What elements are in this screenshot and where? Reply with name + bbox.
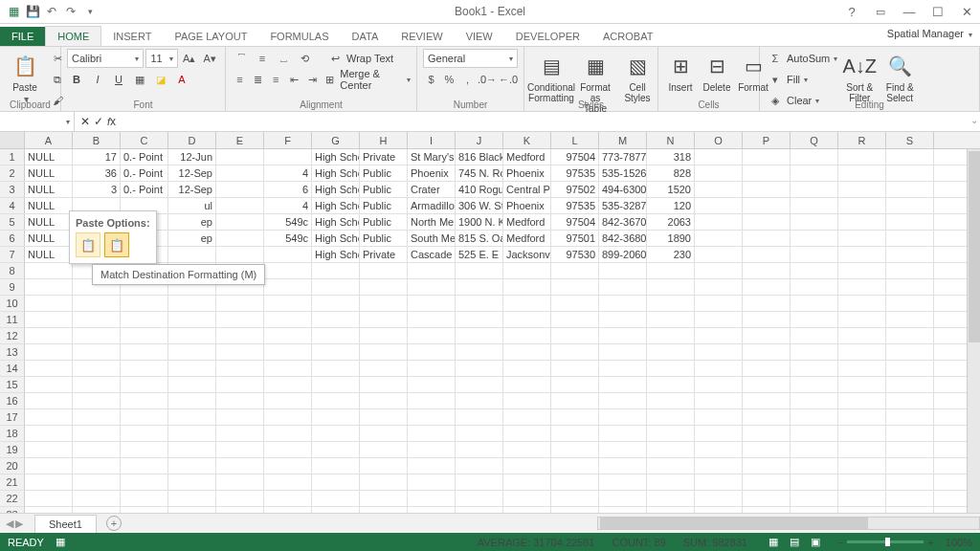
cell[interactable] xyxy=(838,426,886,441)
cell[interactable] xyxy=(743,165,791,181)
cell[interactable]: 816 Black xyxy=(456,149,503,165)
cell[interactable] xyxy=(551,426,599,441)
cell[interactable] xyxy=(647,344,695,360)
maximize-button[interactable]: ☐ xyxy=(924,2,951,21)
cell[interactable] xyxy=(647,328,695,343)
cell[interactable] xyxy=(503,312,551,327)
cell[interactable] xyxy=(456,377,503,392)
cell[interactable] xyxy=(695,182,743,197)
cell[interactable] xyxy=(743,214,791,230)
cell[interactable] xyxy=(503,442,551,457)
help-button[interactable]: ? xyxy=(838,2,865,21)
cell[interactable] xyxy=(73,491,121,506)
cell[interactable]: 97502 xyxy=(551,182,599,197)
cell[interactable] xyxy=(791,377,838,392)
cell[interactable] xyxy=(551,377,599,392)
cell[interactable]: 842-3670 xyxy=(599,214,647,230)
cell[interactable] xyxy=(743,442,791,457)
cell[interactable] xyxy=(168,247,216,262)
row-header[interactable]: 17 xyxy=(0,409,25,425)
cell[interactable] xyxy=(838,263,886,278)
cell[interactable]: 1520 xyxy=(647,182,695,197)
cell[interactable] xyxy=(456,328,503,343)
cell[interactable] xyxy=(121,458,168,474)
cell[interactable] xyxy=(886,491,934,506)
font-name[interactable]: Calibri▾ xyxy=(67,49,144,68)
cell[interactable] xyxy=(551,296,599,311)
cell[interactable]: 17 xyxy=(73,149,121,165)
cell[interactable] xyxy=(838,198,886,213)
cell[interactable] xyxy=(456,263,503,278)
cell[interactable] xyxy=(838,231,886,246)
cell[interactable] xyxy=(360,328,408,343)
cell[interactable] xyxy=(743,474,791,490)
cell[interactable] xyxy=(838,377,886,392)
cell[interactable]: 410 Rogue xyxy=(456,182,503,197)
cell[interactable] xyxy=(168,296,216,311)
grow-font-icon[interactable]: A▴ xyxy=(180,49,199,68)
row-header[interactable]: 18 xyxy=(0,426,25,441)
cell[interactable] xyxy=(73,312,121,327)
cell[interactable] xyxy=(551,442,599,457)
cell[interactable] xyxy=(25,458,73,474)
cell[interactable] xyxy=(216,149,264,165)
cell[interactable] xyxy=(695,312,743,327)
cell[interactable] xyxy=(838,344,886,360)
comma-icon[interactable]: , xyxy=(459,70,476,89)
cell[interactable] xyxy=(264,377,312,392)
font-size[interactable]: 11▾ xyxy=(145,49,177,68)
col-header-B[interactable]: B xyxy=(73,132,121,148)
cell[interactable] xyxy=(599,361,647,376)
cell[interactable] xyxy=(886,263,934,278)
cell[interactable] xyxy=(886,474,934,490)
cell[interactable] xyxy=(743,296,791,311)
cell[interactable] xyxy=(216,231,264,246)
cell[interactable] xyxy=(216,426,264,441)
cell[interactable] xyxy=(791,165,838,181)
cell[interactable] xyxy=(360,491,408,506)
row-header[interactable]: 5 xyxy=(0,214,25,230)
cell[interactable] xyxy=(121,328,168,343)
align-bottom-icon[interactable]: ⎵ xyxy=(274,49,293,68)
row-header[interactable]: 7 xyxy=(0,247,25,262)
zoom-slider[interactable] xyxy=(847,540,924,543)
cell[interactable] xyxy=(886,426,934,441)
tab-file[interactable]: FILE xyxy=(0,27,45,46)
expand-formula-bar-icon[interactable]: ⌄ xyxy=(970,115,978,125)
cell[interactable] xyxy=(456,474,503,490)
cell[interactable] xyxy=(25,393,73,408)
cell[interactable] xyxy=(599,344,647,360)
cell[interactable] xyxy=(264,328,312,343)
cell[interactable] xyxy=(121,344,168,360)
cell[interactable] xyxy=(695,377,743,392)
tab-view[interactable]: VIEW xyxy=(455,27,504,46)
cell[interactable]: 97504 xyxy=(551,214,599,230)
cell[interactable] xyxy=(599,328,647,343)
row-header[interactable]: 19 xyxy=(0,442,25,457)
cell[interactable] xyxy=(743,426,791,441)
cell[interactable]: ep xyxy=(168,214,216,230)
cell[interactable] xyxy=(360,312,408,327)
cell[interactable]: 828 xyxy=(647,165,695,181)
cell[interactable] xyxy=(791,426,838,441)
cell[interactable] xyxy=(791,214,838,230)
cell[interactable] xyxy=(599,279,647,295)
cell[interactable] xyxy=(408,344,456,360)
cell[interactable] xyxy=(791,474,838,490)
cell[interactable] xyxy=(121,474,168,490)
cell[interactable]: Medford xyxy=(503,149,551,165)
find-select-button[interactable]: 🔍Find & Select xyxy=(881,49,918,105)
cell[interactable] xyxy=(312,442,360,457)
percent-icon[interactable]: % xyxy=(441,70,457,89)
cell[interactable] xyxy=(647,409,695,425)
cell[interactable] xyxy=(216,344,264,360)
cell[interactable]: 12-Sep xyxy=(168,165,216,181)
cell[interactable] xyxy=(695,231,743,246)
cell[interactable] xyxy=(791,149,838,165)
cell[interactable] xyxy=(743,361,791,376)
cell[interactable]: NULL xyxy=(25,149,73,165)
cell[interactable] xyxy=(360,393,408,408)
cell[interactable] xyxy=(695,328,743,343)
cell[interactable]: Phoenix xyxy=(503,198,551,213)
cell[interactable]: 3 xyxy=(73,182,121,197)
